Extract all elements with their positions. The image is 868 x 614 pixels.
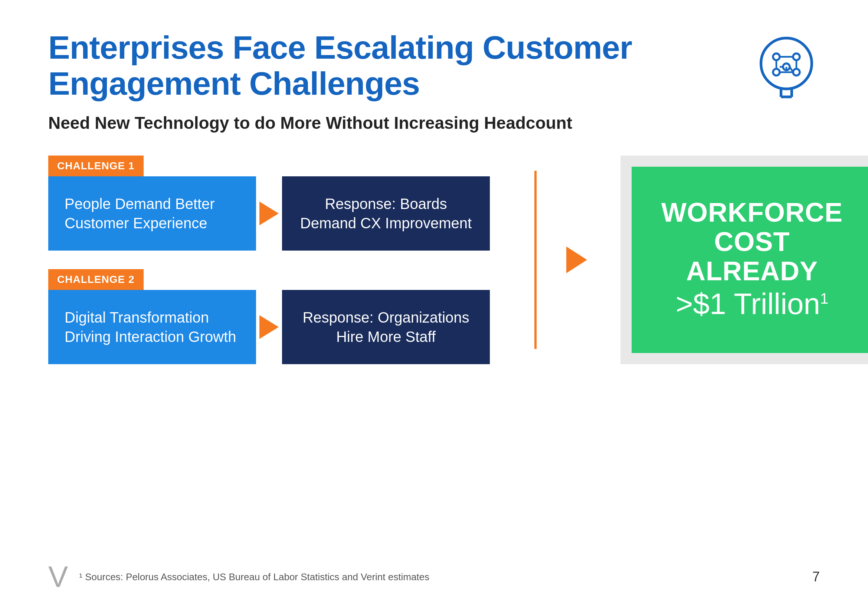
challenge-1-badge: CHALLENGE 1: [48, 155, 144, 176]
challenge-2-flow-row: Digital Transformation Driving Interacti…: [48, 290, 490, 364]
page-number: 7: [812, 569, 820, 585]
workforce-cost-box: WORKFORCE COST ALREADY >$1 Trillion1: [632, 167, 868, 353]
challenge-1-text: People Demand Better Customer Experience: [65, 194, 240, 233]
verint-logo: V: [48, 562, 68, 592]
title-block: Enterprises Face Escalating Customer Eng…: [48, 30, 642, 133]
slide-subtitle: Need New Technology to do More Without I…: [48, 113, 642, 133]
content-section: CHALLENGE 1 People Demand Better Custome…: [48, 155, 820, 364]
svg-point-4: [773, 69, 780, 75]
arrow-right-icon-2: [259, 315, 279, 339]
footnote-text: ¹ Sources: Pelorus Associates, US Bureau…: [79, 571, 429, 583]
challenge-2-arrow: [256, 315, 282, 339]
svg-point-5: [793, 69, 800, 75]
main-arrow-icon: [566, 247, 587, 273]
challenge-1-flow-row: People Demand Better Customer Experience…: [48, 176, 490, 251]
challenges-column: CHALLENGE 1 People Demand Better Custome…: [48, 155, 490, 364]
response-1-box: Response: Boards Demand CX Improvement: [282, 176, 490, 251]
workforce-amount: >$1 Trillion1: [676, 286, 828, 322]
response-2-box: Response: Organizations Hire More Staff: [282, 290, 490, 364]
challenge-2-group: CHALLENGE 2 Digital Transformation Drivi…: [48, 269, 490, 364]
separator-section: [516, 155, 598, 364]
challenge-1-box: People Demand Better Customer Experience: [48, 176, 256, 251]
header-section: Enterprises Face Escalating Customer Eng…: [48, 30, 820, 133]
slide-container: Enterprises Face Escalating Customer Eng…: [0, 0, 868, 614]
arrow-right-icon-1: [259, 202, 279, 225]
svg-point-2: [793, 53, 800, 60]
challenge-2-text: Digital Transformation Driving Interacti…: [65, 308, 240, 346]
challenge-1-arrow: [256, 202, 282, 225]
challenge-2-box: Digital Transformation Driving Interacti…: [48, 290, 256, 364]
footer-left: V ¹ Sources: Pelorus Associates, US Bure…: [48, 562, 429, 592]
footer-section: V ¹ Sources: Pelorus Associates, US Bure…: [48, 562, 820, 592]
challenge-1-group: CHALLENGE 1 People Demand Better Custome…: [48, 155, 490, 251]
response-1-text: Response: Boards Demand CX Improvement: [298, 194, 474, 233]
result-panel: WORKFORCE COST ALREADY >$1 Trillion1: [620, 155, 868, 364]
response-2-text: Response: Organizations Hire More Staff: [298, 308, 474, 346]
brain-circuit-icon: [753, 33, 820, 100]
workforce-title-line1: WORKFORCE COST ALREADY: [661, 198, 843, 286]
slide-title: Enterprises Face Escalating Customer Eng…: [48, 30, 642, 102]
svg-point-1: [773, 53, 780, 60]
vertical-separator: [535, 171, 536, 349]
challenge-2-badge: CHALLENGE 2: [48, 269, 144, 290]
workforce-superscript: 1: [820, 290, 828, 307]
